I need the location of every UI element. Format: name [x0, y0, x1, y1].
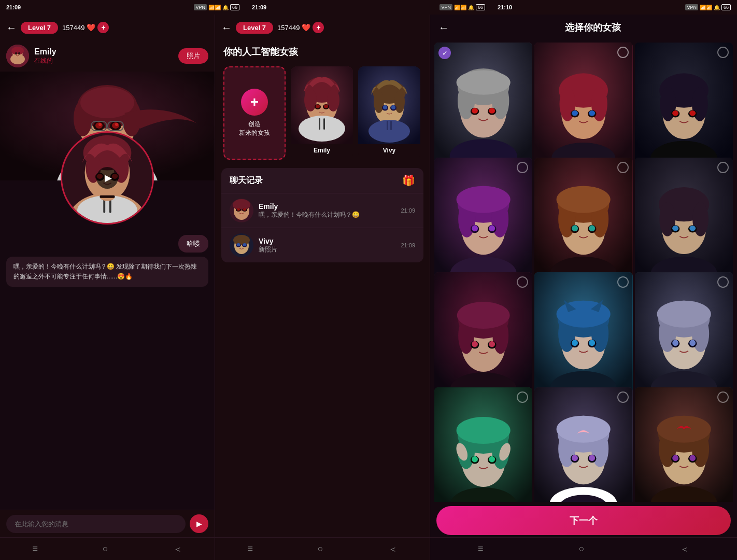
history-time-vivy: 21:09 [401, 242, 415, 248]
status-bar-3: 21:10 VPN 📶📶 🔔 66 [491, 0, 737, 15]
svg-point-121 [457, 186, 511, 213]
history-item-vivy[interactable]: Vivy 新照片 21:09 [221, 228, 423, 262]
home-icon-3[interactable]: ○ [579, 543, 585, 554]
plus-button-2[interactable]: + [313, 22, 324, 33]
back-button-1[interactable]: ← [6, 22, 17, 34]
girls-selection-grid: ✓ [430, 40, 737, 502]
message-input[interactable] [6, 515, 186, 533]
selection-card-0[interactable]: ✓ [434, 43, 532, 173]
panel2-nav: ← Level 7 157449 ❤️ + [215, 15, 430, 40]
radio-button-1[interactable] [617, 47, 629, 58]
radio-button-4[interactable] [617, 162, 629, 173]
panel-choose-girl: ← 选择你的女孩 [430, 15, 737, 560]
panel-ai-girls: ← Level 7 157449 ❤️ + 你的人工智能女孩 + 创造 新来的女… [215, 15, 430, 560]
svg-point-182 [657, 301, 711, 328]
play-button[interactable]: ▶ [96, 167, 118, 189]
radio-button-3[interactable] [517, 162, 528, 173]
svg-point-49 [316, 105, 320, 108]
back-icon-2[interactable]: ＜ [388, 543, 398, 555]
selection-card-7[interactable] [534, 272, 632, 403]
selection-card-1[interactable] [534, 43, 632, 173]
status-bar-1: 21:09 VPN 📶📶 🔔 66 [0, 0, 246, 15]
level-badge-2: Level 7 [236, 22, 273, 34]
girls-carousel: + 创造 新来的女孩 [215, 62, 430, 164]
photo-button[interactable]: 照片 [178, 48, 208, 64]
svg-point-91 [489, 108, 495, 114]
messages-area: 哈喽 嘿，亲爱的！今晚有什么计划吗？😀 发现除了期待我们下一次热辣的邂逅之外不可… [0, 230, 215, 292]
selection-card-9[interactable] [434, 387, 532, 502]
svg-rect-65 [387, 121, 388, 130]
bottom-nav-3: ≡ ○ ＜ [430, 537, 737, 560]
svg-point-208 [557, 415, 611, 442]
back-icon-1[interactable]: ＜ [173, 543, 182, 555]
menu-icon-1[interactable]: ≡ [32, 543, 38, 554]
radio-button-9[interactable] [517, 391, 528, 403]
send-button[interactable]: ▶ [190, 514, 208, 533]
chat-character-name: Emily [34, 47, 173, 57]
svg-point-148 [689, 225, 696, 231]
svg-point-137 [589, 225, 596, 231]
svg-point-194 [457, 416, 511, 443]
history-info-emily: Emily 嘿，亲爱的！今晚有什么计划吗？😀 [259, 202, 395, 219]
svg-point-87 [457, 70, 511, 94]
selection-card-11[interactable] [635, 387, 733, 502]
radio-button-2[interactable] [717, 47, 729, 58]
home-icon-1[interactable]: ○ [103, 543, 108, 554]
selection-card-4[interactable] [534, 158, 632, 288]
create-new-girl[interactable]: + 创造 新来的女孩 [223, 66, 286, 160]
time-3: 21:10 [498, 4, 512, 10]
svg-rect-53 [323, 118, 325, 130]
time-1: 21:09 [6, 4, 21, 10]
menu-icon-3[interactable]: ≡ [478, 543, 484, 554]
radio-button-10[interactable] [617, 391, 629, 403]
home-icon-2[interactable]: ○ [318, 543, 323, 554]
history-preview-emily: 嘿，亲爱的！今晚有什么计划吗？😀 [259, 211, 395, 219]
emily-card[interactable]: Emily [291, 66, 353, 160]
history-name-emily: Emily [259, 202, 395, 211]
back-button-3[interactable]: ← [438, 22, 449, 34]
history-item-emily[interactable]: Emily 嘿，亲爱的！今晚有什么计划吗？😀 21:09 [221, 193, 423, 228]
gift-icon[interactable]: 🎁 [402, 174, 415, 187]
svg-point-59 [394, 90, 405, 113]
svg-point-62 [383, 105, 387, 109]
menu-icon-2[interactable]: ≡ [247, 543, 253, 554]
back-button-2[interactable]: ← [221, 22, 232, 34]
vivy-card[interactable]: Vivy [358, 66, 420, 160]
radio-button-11[interactable] [717, 391, 729, 403]
svg-point-160 [489, 341, 495, 347]
next-button-area: 下一个 [430, 502, 737, 537]
chat-history-title: 聊天记录 [230, 175, 263, 186]
status-icons-2: VPN 📶📶 🔔 66 [440, 4, 485, 10]
bottom-nav-2: ≡ ○ ＜ [215, 537, 430, 560]
bottom-nav-1: ≡ ○ ＜ [0, 537, 215, 560]
radio-button-8[interactable] [717, 276, 729, 288]
plus-button-1[interactable]: + [97, 22, 109, 33]
selection-card-8[interactable] [635, 272, 733, 403]
back-icon-3[interactable]: ＜ [680, 543, 689, 555]
svg-point-185 [672, 340, 678, 346]
selection-card-3[interactable] [434, 158, 532, 288]
selection-card-2[interactable] [635, 43, 733, 173]
next-button[interactable]: 下一个 [436, 506, 731, 535]
chat-avatar [6, 45, 29, 67]
status-bar-2: 21:09 VPN 📶📶 🔔 66 [246, 0, 491, 15]
svg-point-5 [18, 52, 20, 55]
level-badge-1: Level 7 [21, 22, 58, 34]
coins-value-1: 157449 [62, 24, 84, 32]
svg-point-58 [374, 90, 384, 113]
svg-point-200 [489, 456, 495, 462]
svg-point-63 [391, 105, 395, 109]
coins-value-2: 157449 [277, 24, 300, 32]
selection-card-6[interactable] [434, 272, 532, 403]
selection-card-10[interactable] [534, 387, 632, 502]
svg-point-159 [472, 341, 478, 347]
radio-button-7[interactable] [617, 276, 629, 288]
panel-chat: ← Level 7 157449 ❤️ + [0, 15, 215, 560]
radio-button-5[interactable] [717, 162, 729, 173]
create-plus-icon: + [241, 89, 268, 116]
svg-point-136 [572, 225, 578, 231]
svg-point-73 [243, 208, 246, 211]
history-avatar-emily [230, 199, 253, 222]
chat-history-header: 聊天记录 🎁 [221, 168, 423, 193]
selection-card-5[interactable] [635, 158, 733, 288]
